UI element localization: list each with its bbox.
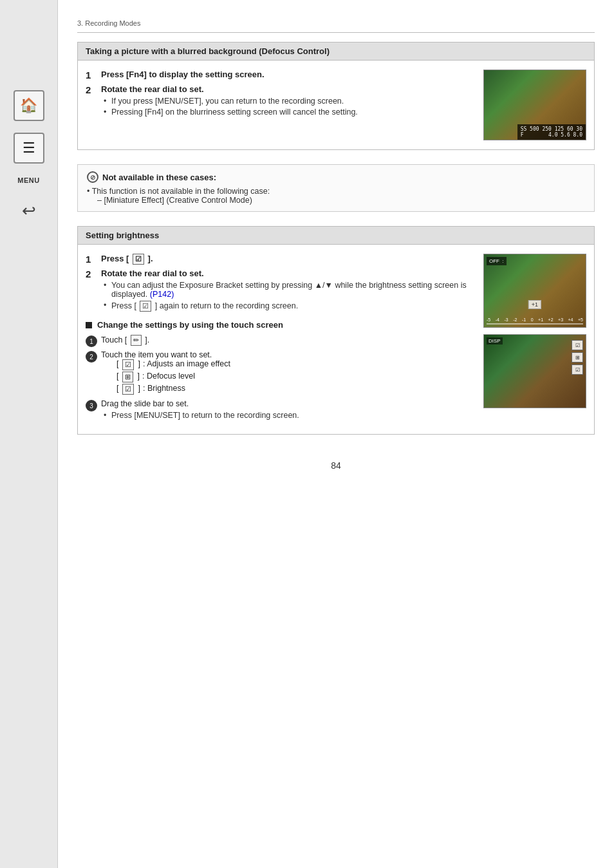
page-number: 84 [77, 460, 595, 471]
brightness-step-1-text: Press [ ☑ ]. [101, 254, 153, 263]
step-2: 2 Rotate the rear dial to set. If you pr… [86, 84, 473, 118]
cam1-ss: SS 500 250 125 60 30 [521, 126, 582, 132]
cam1-overlay: SS 500 250 125 60 30 F 4.0 5.6 8.0 [517, 124, 586, 140]
home-icon: 🏠 [20, 97, 37, 114]
section-defocus-text: 1 Press [Fn4] to display the setting scr… [86, 70, 473, 140]
not-available-title: ⊘ Not available in these cases: [87, 171, 585, 183]
list-icon: ☰ [23, 140, 35, 156]
circle-num-3: 3 [86, 400, 97, 411]
step-2-text: Rotate the rear dial to set. [101, 84, 204, 94]
not-available-title-text: Not available in these cases: [102, 173, 216, 182]
bullet-1: If you press [MENU/SET], you can return … [104, 97, 358, 106]
brightness-icon: ☑ [122, 384, 134, 395]
main-content: 3. Recording Modes Taking a picture with… [58, 0, 614, 868]
touch-step-1-text: Touch [ ✏ ]. [101, 335, 149, 346]
section-defocus-header: Taking a picture with a blurred backgrou… [78, 42, 594, 61]
touch-step-1: 1 Touch [ ✏ ]. [86, 335, 473, 347]
cam3-icon-2: ⊞ [572, 352, 583, 363]
step-1-text: Press [Fn4] to display the setting scree… [101, 70, 265, 79]
touch-step-2-content: Touch the item you want to set. [ ☑ ]: A… [101, 350, 230, 396]
touch-step-3: 3 Drag the slide bar to set. Press [MENU… [86, 399, 473, 422]
section-brightness-body: 1 Press [ ☑ ]. 2 Rotate the rear dial to… [78, 245, 594, 434]
touch-item-3: [ ☑ ]: Brightness [101, 384, 230, 395]
sidebar: 🏠 ☰ MENU ↩ [0, 0, 58, 868]
touch-step-2-text: Touch the item you want to set. [101, 350, 230, 359]
defocus-icon: ⊞ [122, 372, 133, 382]
not-available-text-1: • This function is not available in the … [87, 187, 585, 196]
section-defocus: Taking a picture with a blurred backgrou… [77, 42, 595, 150]
not-available-box: ⊘ Not available in these cases: • This f… [77, 164, 595, 212]
change-settings: Change the settings by using the touch s… [86, 320, 473, 422]
section-defocus-body: 1 Press [Fn4] to display the setting scr… [78, 61, 594, 149]
camera-screen-3: DISP ☑ ⊞ ☑ [483, 334, 586, 408]
brightness-step-1-content: Press [ ☑ ]. [101, 254, 153, 265]
bullet-dot: • [87, 187, 92, 196]
cam2-scale: -5-4-3-2-10+1+2+3+4+5 [487, 317, 583, 325]
cam2-indicator: +1 [528, 300, 541, 309]
section-brightness-header: Setting brightness [78, 227, 594, 245]
step-1-content: Press [Fn4] to display the setting scree… [101, 70, 265, 80]
brightness-bullet-1: You can adjust the Exposure Bracket sett… [104, 281, 473, 299]
cam2-exp-values: -5-4-3-2-10+1+2+3+4+5 [487, 317, 583, 322]
touch-step-3-content: Drag the slide bar to set. Press [MENU/S… [101, 399, 299, 422]
step-2-content: Rotate the rear dial to set. If you pres… [101, 84, 358, 118]
step-2-num: 2 [86, 84, 96, 118]
touch-step-3-bullets: Press [MENU/SET] to return to the record… [104, 411, 299, 420]
cam2-top: OFF : [487, 257, 507, 265]
circle-slash-icon: ⊘ [87, 171, 98, 183]
back-icon: ↩ [22, 201, 36, 220]
sidebar-home-button[interactable]: 🏠 [14, 90, 44, 121]
bullet-2: Pressing [Fn4] on the blurriness setting… [104, 108, 358, 117]
section-brightness-text: 1 Press [ ☑ ]. 2 Rotate the rear dial to… [86, 254, 473, 425]
touch-step-2: 2 Touch the item you want to set. [ ☑ ]:… [86, 350, 473, 396]
cam3-icons: ☑ ⊞ ☑ [572, 340, 583, 375]
camera-screen-1: SS 500 250 125 60 30 F 4.0 5.6 8.0 [483, 70, 586, 140]
circle-num-1: 1 [86, 335, 97, 347]
camera-screens-right: OFF : +1 -5-4-3-2-10+1+2+3+4+5 DISP ☑ [483, 254, 586, 425]
sidebar-list-button[interactable]: ☰ [14, 133, 44, 164]
breadcrumb: 3. Recording Modes [77, 19, 595, 33]
brightness-bullet-2: Press [ ☑ ] again to return to the recor… [104, 301, 473, 312]
step-2-bullets: If you press [MENU/SET], you can return … [104, 97, 358, 117]
step-1: 1 Press [Fn4] to display the setting scr… [86, 70, 473, 80]
brightness-step-2-text: Rotate the rear dial to set. [101, 269, 204, 278]
effect-icon: ☑ [122, 359, 134, 370]
brightness-step-2-num: 2 [86, 269, 96, 314]
menu-label[interactable]: MENU [17, 176, 39, 184]
touch-item-2: [ ⊞ ]: Defocus level [101, 372, 230, 382]
cam2-bar [487, 323, 583, 325]
change-settings-title-text: Change the settings by using the touch s… [97, 320, 283, 330]
back-button[interactable]: ↩ [22, 201, 36, 221]
camera-screen-2: OFF : +1 -5-4-3-2-10+1+2+3+4+5 [483, 254, 586, 328]
touch-item-1: [ ☑ ]: Adjusts an image effect [101, 359, 230, 370]
brightness-step-2: 2 Rotate the rear dial to set. You can a… [86, 269, 473, 314]
brightness-step-1: 1 Press [ ☑ ]. [86, 254, 473, 265]
touch-icon: ✏ [131, 335, 142, 346]
brightness-step-1-num: 1 [86, 254, 96, 265]
circle-num-2: 2 [86, 351, 97, 363]
step-1-num: 1 [86, 70, 96, 80]
not-available-indent-1: – [Miniature Effect] (Creative Control M… [87, 196, 585, 205]
cam3-icon-3: ☑ [572, 364, 583, 375]
fn-icon-2: ☑ [140, 301, 151, 312]
touch-step-3-text: Drag the slide bar to set. [101, 399, 299, 408]
cam3-icon-1: ☑ [572, 340, 583, 350]
p142-link[interactable]: (P142) [150, 290, 174, 299]
fn-icon-1: ☑ [133, 254, 144, 265]
black-square-icon [86, 322, 92, 328]
section-brightness: Setting brightness 1 Press [ ☑ ]. 2 Rota… [77, 226, 595, 435]
touch-step-3-bullet: Press [MENU/SET] to return to the record… [104, 411, 299, 420]
cam1-f: F 4.0 5.6 8.0 [521, 132, 582, 138]
brightness-bullets: You can adjust the Exposure Bracket sett… [104, 281, 473, 312]
brightness-step-2-content: Rotate the rear dial to set. You can adj… [101, 269, 473, 314]
cam3-top-label: DISP [487, 337, 503, 344]
change-settings-title: Change the settings by using the touch s… [86, 320, 473, 330]
